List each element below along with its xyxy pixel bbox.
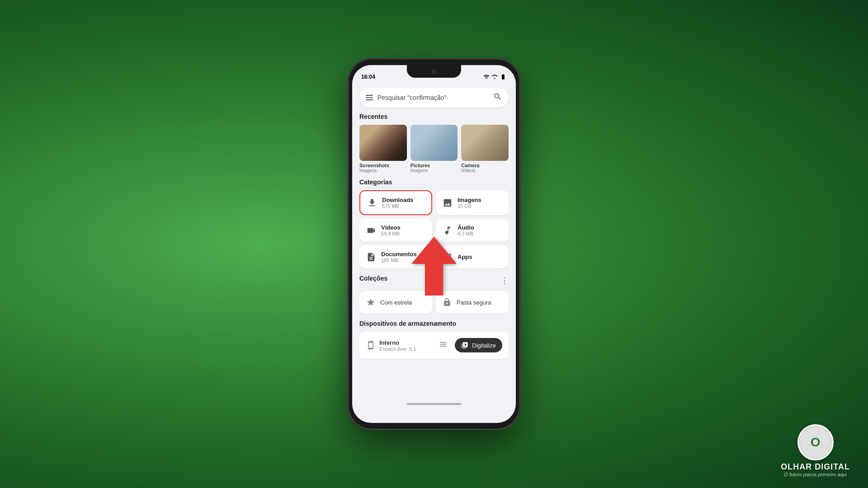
cat-name-imagens: Imagens — [458, 197, 481, 203]
image-icon — [442, 197, 453, 208]
video-icon — [366, 225, 377, 236]
search-bar[interactable]: Pesquisar "confirmação" — [359, 88, 509, 108]
status-icons — [483, 74, 507, 80]
cat-info-documentos: Documentos 185 MB — [381, 251, 417, 263]
star-icon — [366, 297, 376, 307]
recentes-title: Recentes — [359, 113, 509, 120]
status-bar: 16:04 — [352, 65, 516, 85]
phone-icon — [366, 340, 376, 350]
list-icon — [439, 340, 448, 351]
categories-grid: Downloads 575 MB — [359, 190, 509, 268]
search-icon-btn[interactable] — [493, 92, 502, 103]
recent-item-camera[interactable]: Camera Vídeos — [461, 125, 509, 173]
thumb-pictures — [410, 125, 458, 161]
cat-size-imagens: 15 GB — [458, 203, 481, 209]
storage-info-interno: Interno Espaço livre: 5,1 — [379, 339, 416, 352]
cat-apps[interactable]: Apps — [436, 245, 509, 268]
collection-label-estrela: Com estrela — [380, 299, 412, 306]
section-dispositivos: Dispositivos de armazenamento Int — [359, 320, 509, 359]
watermark-brand: OLHAR DIGITAL — [781, 462, 850, 472]
recent-label-screenshots: Screenshots — [359, 163, 407, 168]
notch — [407, 65, 461, 78]
storage-left: Interno Espaço livre: 5,1 — [366, 339, 435, 352]
battery-icon — [500, 74, 507, 80]
thumb-screenshots — [359, 125, 407, 161]
cat-name-downloads: Downloads — [382, 197, 413, 203]
phone-wrapper: 16:04 — [348, 59, 520, 429]
apps-icon — [442, 252, 453, 263]
digitalize-icon — [461, 342, 468, 349]
storage-card[interactable]: Interno Espaço livre: 5,1 — [359, 332, 509, 359]
wifi-icon — [483, 74, 490, 80]
download-icon — [367, 197, 377, 208]
search-icon — [493, 92, 502, 101]
cat-documentos[interactable]: Documentos 185 MB — [359, 245, 432, 268]
lock-icon — [442, 297, 452, 307]
cat-size-downloads: 575 MB — [382, 203, 413, 209]
dispositivos-title: Dispositivos de armazenamento — [359, 320, 509, 327]
cat-info-apps: Apps — [458, 253, 472, 260]
recent-label-pictures: Pictures — [410, 163, 458, 168]
collection-pasta-segura[interactable]: Pasta segura — [436, 291, 509, 314]
section-categorias: Categorias Downloads 575 MB — [359, 178, 509, 268]
signal-icon — [491, 74, 498, 80]
cat-name-documentos: Documentos — [381, 251, 417, 258]
section-colecoes: Coleções ⋮ Com estrela — [359, 275, 509, 314]
thumb-camera — [461, 125, 509, 161]
phone-screen: 16:04 — [352, 65, 516, 423]
recent-sublabel-screenshots: Imagens — [359, 168, 407, 173]
cat-size-audio: 4,3 MB — [458, 231, 474, 236]
document-icon — [366, 252, 377, 263]
storage-name-interno: Interno — [379, 339, 416, 346]
home-indicator — [407, 403, 461, 405]
recent-grid: Screenshots Imagens Pictures Imagens Cam… — [359, 125, 509, 173]
cat-videos[interactable]: Vídeos 54,4 MB — [359, 219, 432, 242]
watermark: O OLHAR DIGITAL O futuro passa primeiro … — [781, 424, 850, 477]
cat-size-documentos: 185 MB — [381, 258, 417, 263]
hamburger-icon[interactable] — [366, 95, 373, 100]
section-recentes: Recentes Screenshots Imagens Pictures Im… — [359, 113, 509, 173]
recent-item-screenshots[interactable]: Screenshots Imagens — [359, 125, 407, 173]
cat-audio[interactable]: Áudio 4,3 MB — [436, 219, 509, 242]
search-text: Pesquisar "confirmação" — [377, 94, 489, 101]
cat-downloads[interactable]: Downloads 575 MB — [359, 190, 432, 215]
cat-name-audio: Áudio — [458, 224, 474, 231]
collections-header: Coleções ⋮ — [359, 275, 509, 286]
camera-dot — [432, 69, 436, 74]
audio-icon — [442, 225, 453, 236]
cat-name-videos: Vídeos — [381, 224, 401, 231]
cat-imagens[interactable]: Imagens 15 GB — [436, 190, 509, 215]
cat-info-audio: Áudio 4,3 MB — [458, 224, 474, 236]
collections-grid: Com estrela Pasta segura — [359, 291, 509, 314]
colecoes-title: Coleções — [359, 275, 387, 282]
cat-info-videos: Vídeos 54,4 MB — [381, 224, 401, 236]
storage-row: Interno Espaço livre: 5,1 — [366, 338, 502, 352]
cat-name-apps: Apps — [458, 253, 472, 260]
collection-label-pasta: Pasta segura — [457, 299, 491, 306]
recent-sublabel-pictures: Imagens — [410, 168, 458, 173]
watermark-logo: O — [797, 424, 834, 460]
more-dots-btn[interactable]: ⋮ — [500, 277, 509, 285]
digitalize-label: Digitalize — [472, 342, 496, 349]
digitalize-btn[interactable]: Digitalize — [455, 338, 502, 352]
content-area: Recentes Screenshots Imagens Pictures Im… — [352, 108, 516, 420]
recent-item-pictures[interactable]: Pictures Imagens — [410, 125, 458, 173]
recent-label-camera: Camera — [461, 163, 509, 168]
time-display: 16:04 — [361, 74, 375, 80]
watermark-tagline: O futuro passa primeiro aqui — [784, 472, 847, 477]
bottom-nav — [356, 391, 512, 417]
cat-info-downloads: Downloads 575 MB — [382, 197, 413, 209]
collection-com-estrela[interactable]: Com estrela — [359, 291, 432, 314]
cat-info-imagens: Imagens 15 GB — [458, 197, 481, 209]
cat-size-videos: 54,4 MB — [381, 231, 401, 236]
recent-sublabel-camera: Vídeos — [461, 168, 509, 173]
categorias-title: Categorias — [359, 178, 509, 186]
storage-space-interno: Espaço livre: 5,1 — [379, 346, 416, 352]
background: 16:04 — [0, 0, 868, 488]
